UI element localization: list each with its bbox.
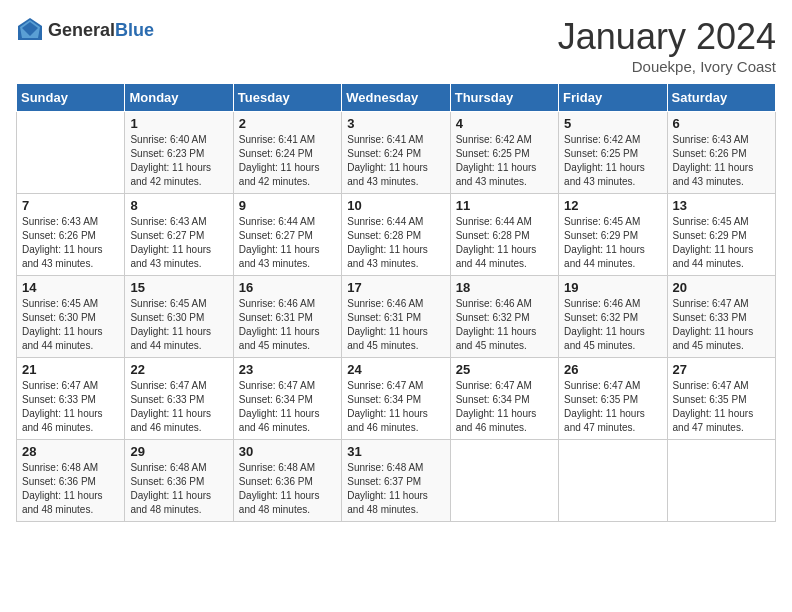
calendar-cell: 8Sunrise: 6:43 AMSunset: 6:27 PMDaylight… <box>125 194 233 276</box>
calendar-cell: 4Sunrise: 6:42 AMSunset: 6:25 PMDaylight… <box>450 112 558 194</box>
calendar-cell <box>559 440 667 522</box>
calendar-cell: 28Sunrise: 6:48 AMSunset: 6:36 PMDayligh… <box>17 440 125 522</box>
day-detail: Sunrise: 6:40 AMSunset: 6:23 PMDaylight:… <box>130 133 227 189</box>
day-detail: Sunrise: 6:47 AMSunset: 6:35 PMDaylight:… <box>564 379 661 435</box>
day-detail: Sunrise: 6:44 AMSunset: 6:28 PMDaylight:… <box>456 215 553 271</box>
logo: GeneralBlue <box>16 16 154 44</box>
day-detail: Sunrise: 6:43 AMSunset: 6:26 PMDaylight:… <box>673 133 770 189</box>
calendar-cell: 3Sunrise: 6:41 AMSunset: 6:24 PMDaylight… <box>342 112 450 194</box>
day-detail: Sunrise: 6:42 AMSunset: 6:25 PMDaylight:… <box>564 133 661 189</box>
calendar-cell: 12Sunrise: 6:45 AMSunset: 6:29 PMDayligh… <box>559 194 667 276</box>
day-detail: Sunrise: 6:46 AMSunset: 6:31 PMDaylight:… <box>347 297 444 353</box>
day-number: 20 <box>673 280 770 295</box>
logo-icon <box>16 16 44 44</box>
calendar-cell: 23Sunrise: 6:47 AMSunset: 6:34 PMDayligh… <box>233 358 341 440</box>
weekday-header-friday: Friday <box>559 84 667 112</box>
calendar-cell: 21Sunrise: 6:47 AMSunset: 6:33 PMDayligh… <box>17 358 125 440</box>
day-detail: Sunrise: 6:45 AMSunset: 6:30 PMDaylight:… <box>22 297 119 353</box>
calendar-cell: 7Sunrise: 6:43 AMSunset: 6:26 PMDaylight… <box>17 194 125 276</box>
day-number: 1 <box>130 116 227 131</box>
day-detail: Sunrise: 6:46 AMSunset: 6:32 PMDaylight:… <box>564 297 661 353</box>
calendar-cell: 25Sunrise: 6:47 AMSunset: 6:34 PMDayligh… <box>450 358 558 440</box>
weekday-header-thursday: Thursday <box>450 84 558 112</box>
calendar-cell: 18Sunrise: 6:46 AMSunset: 6:32 PMDayligh… <box>450 276 558 358</box>
calendar-cell: 5Sunrise: 6:42 AMSunset: 6:25 PMDaylight… <box>559 112 667 194</box>
calendar-cell: 31Sunrise: 6:48 AMSunset: 6:37 PMDayligh… <box>342 440 450 522</box>
day-detail: Sunrise: 6:47 AMSunset: 6:33 PMDaylight:… <box>130 379 227 435</box>
day-number: 19 <box>564 280 661 295</box>
calendar-cell: 29Sunrise: 6:48 AMSunset: 6:36 PMDayligh… <box>125 440 233 522</box>
day-number: 10 <box>347 198 444 213</box>
day-number: 13 <box>673 198 770 213</box>
weekday-header-wednesday: Wednesday <box>342 84 450 112</box>
calendar-cell: 26Sunrise: 6:47 AMSunset: 6:35 PMDayligh… <box>559 358 667 440</box>
calendar-week-row: 28Sunrise: 6:48 AMSunset: 6:36 PMDayligh… <box>17 440 776 522</box>
calendar-cell: 9Sunrise: 6:44 AMSunset: 6:27 PMDaylight… <box>233 194 341 276</box>
calendar-cell: 24Sunrise: 6:47 AMSunset: 6:34 PMDayligh… <box>342 358 450 440</box>
calendar-cell: 17Sunrise: 6:46 AMSunset: 6:31 PMDayligh… <box>342 276 450 358</box>
day-detail: Sunrise: 6:48 AMSunset: 6:36 PMDaylight:… <box>239 461 336 517</box>
day-number: 29 <box>130 444 227 459</box>
calendar-cell: 14Sunrise: 6:45 AMSunset: 6:30 PMDayligh… <box>17 276 125 358</box>
day-number: 3 <box>347 116 444 131</box>
calendar-cell: 6Sunrise: 6:43 AMSunset: 6:26 PMDaylight… <box>667 112 775 194</box>
day-number: 14 <box>22 280 119 295</box>
day-detail: Sunrise: 6:41 AMSunset: 6:24 PMDaylight:… <box>239 133 336 189</box>
day-number: 9 <box>239 198 336 213</box>
logo-general: General <box>48 20 115 40</box>
calendar-cell: 27Sunrise: 6:47 AMSunset: 6:35 PMDayligh… <box>667 358 775 440</box>
day-detail: Sunrise: 6:45 AMSunset: 6:30 PMDaylight:… <box>130 297 227 353</box>
page-header: GeneralBlue January 2024 Douekpe, Ivory … <box>16 16 776 75</box>
day-number: 6 <box>673 116 770 131</box>
day-detail: Sunrise: 6:47 AMSunset: 6:33 PMDaylight:… <box>22 379 119 435</box>
location-subtitle: Douekpe, Ivory Coast <box>558 58 776 75</box>
calendar-cell: 16Sunrise: 6:46 AMSunset: 6:31 PMDayligh… <box>233 276 341 358</box>
calendar-cell: 10Sunrise: 6:44 AMSunset: 6:28 PMDayligh… <box>342 194 450 276</box>
day-number: 5 <box>564 116 661 131</box>
weekday-header-row: SundayMondayTuesdayWednesdayThursdayFrid… <box>17 84 776 112</box>
day-detail: Sunrise: 6:45 AMSunset: 6:29 PMDaylight:… <box>673 215 770 271</box>
day-number: 7 <box>22 198 119 213</box>
calendar-table: SundayMondayTuesdayWednesdayThursdayFrid… <box>16 83 776 522</box>
calendar-cell: 20Sunrise: 6:47 AMSunset: 6:33 PMDayligh… <box>667 276 775 358</box>
calendar-week-row: 21Sunrise: 6:47 AMSunset: 6:33 PMDayligh… <box>17 358 776 440</box>
weekday-header-monday: Monday <box>125 84 233 112</box>
weekday-header-saturday: Saturday <box>667 84 775 112</box>
calendar-cell: 11Sunrise: 6:44 AMSunset: 6:28 PMDayligh… <box>450 194 558 276</box>
day-detail: Sunrise: 6:45 AMSunset: 6:29 PMDaylight:… <box>564 215 661 271</box>
day-number: 15 <box>130 280 227 295</box>
calendar-cell <box>667 440 775 522</box>
day-detail: Sunrise: 6:46 AMSunset: 6:32 PMDaylight:… <box>456 297 553 353</box>
calendar-cell: 1Sunrise: 6:40 AMSunset: 6:23 PMDaylight… <box>125 112 233 194</box>
day-number: 21 <box>22 362 119 377</box>
title-block: January 2024 Douekpe, Ivory Coast <box>558 16 776 75</box>
day-detail: Sunrise: 6:48 AMSunset: 6:37 PMDaylight:… <box>347 461 444 517</box>
logo-blue: Blue <box>115 20 154 40</box>
day-number: 24 <box>347 362 444 377</box>
day-number: 26 <box>564 362 661 377</box>
day-number: 22 <box>130 362 227 377</box>
day-detail: Sunrise: 6:44 AMSunset: 6:27 PMDaylight:… <box>239 215 336 271</box>
day-number: 17 <box>347 280 444 295</box>
day-number: 4 <box>456 116 553 131</box>
day-number: 23 <box>239 362 336 377</box>
calendar-week-row: 14Sunrise: 6:45 AMSunset: 6:30 PMDayligh… <box>17 276 776 358</box>
day-detail: Sunrise: 6:48 AMSunset: 6:36 PMDaylight:… <box>22 461 119 517</box>
day-number: 31 <box>347 444 444 459</box>
day-number: 11 <box>456 198 553 213</box>
day-number: 28 <box>22 444 119 459</box>
calendar-week-row: 7Sunrise: 6:43 AMSunset: 6:26 PMDaylight… <box>17 194 776 276</box>
day-detail: Sunrise: 6:43 AMSunset: 6:26 PMDaylight:… <box>22 215 119 271</box>
day-number: 30 <box>239 444 336 459</box>
day-detail: Sunrise: 6:44 AMSunset: 6:28 PMDaylight:… <box>347 215 444 271</box>
calendar-cell <box>17 112 125 194</box>
day-detail: Sunrise: 6:43 AMSunset: 6:27 PMDaylight:… <box>130 215 227 271</box>
day-number: 25 <box>456 362 553 377</box>
month-title: January 2024 <box>558 16 776 58</box>
calendar-cell <box>450 440 558 522</box>
day-detail: Sunrise: 6:47 AMSunset: 6:34 PMDaylight:… <box>347 379 444 435</box>
calendar-cell: 2Sunrise: 6:41 AMSunset: 6:24 PMDaylight… <box>233 112 341 194</box>
day-detail: Sunrise: 6:48 AMSunset: 6:36 PMDaylight:… <box>130 461 227 517</box>
calendar-week-row: 1Sunrise: 6:40 AMSunset: 6:23 PMDaylight… <box>17 112 776 194</box>
calendar-cell: 22Sunrise: 6:47 AMSunset: 6:33 PMDayligh… <box>125 358 233 440</box>
